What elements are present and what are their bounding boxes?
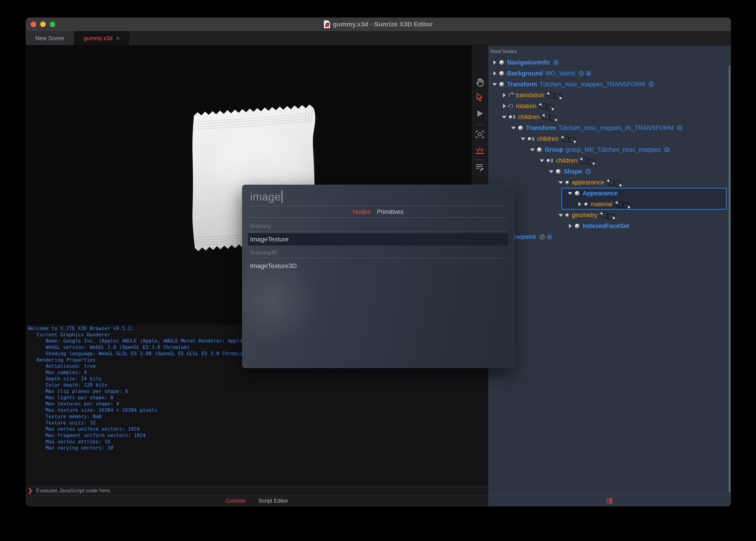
console-input[interactable]: Evaluate JavaScript code here. [36, 487, 112, 494]
document-tab-bar: New Scenegummy.x3d× [26, 31, 731, 45]
route-output-icon[interactable] [623, 202, 629, 209]
minimize-window-button[interactable] [40, 22, 46, 27]
route-output-icon[interactable] [554, 93, 561, 100]
outline-row-material[interactable]: material [488, 199, 731, 210]
outline-row-children[interactable]: children [488, 112, 731, 122]
field-sphere-icon [566, 214, 569, 217]
outline-row-geometry[interactable]: geometry [488, 210, 731, 221]
row-trailing-icons [540, 235, 552, 240]
outline-row-transform[interactable]: TransformTütchen_rissc_mappes_ifs_TRANSF… [488, 122, 731, 133]
node-sphere-icon [499, 71, 504, 76]
select-arrow-tool-button[interactable] [472, 91, 488, 104]
footer-tab-script-editor[interactable]: Script Editor [258, 498, 288, 504]
visibility-rings-icon[interactable] [579, 71, 584, 76]
play-tool-button[interactable] [472, 107, 488, 120]
node-def-name: Tütchen_rissc_mappes_ifs_TRANSFORM [558, 125, 673, 132]
row-trailing-icons [616, 200, 629, 209]
collapse-chevron-icon[interactable] [568, 191, 572, 195]
route-output-icon[interactable] [550, 115, 556, 121]
hand-tool-button[interactable] [472, 76, 488, 88]
route-input-icon[interactable] [548, 92, 555, 98]
route-output-icon[interactable] [587, 159, 594, 165]
dialog-tab-primitives[interactable]: Primitives [377, 209, 403, 216]
outline-row-navigationinfo[interactable]: NavigationInfo [488, 57, 731, 68]
outline-scrollbar[interactable] [729, 65, 730, 492]
route-input-icon[interactable] [543, 114, 550, 120]
title-bar: gummy.x3d · Sunrize X3D Editor [26, 17, 731, 31]
zoom-window-button[interactable] [50, 22, 55, 27]
hand-icon [475, 77, 484, 87]
search-results: TexturingImageTextureTexturing3DImageTex… [242, 219, 514, 368]
dialog-tab-nodes[interactable]: Nodes [353, 209, 370, 216]
outline-row-viewpoint[interactable]: Viewpoint [488, 232, 731, 242]
sunrise-tool-button[interactable] [472, 144, 488, 157]
footer-tab-console[interactable]: Console [226, 498, 246, 504]
node-search-input[interactable]: image [250, 188, 282, 205]
collapse-chevron-icon[interactable] [493, 82, 497, 86]
route-input-icon[interactable] [601, 212, 608, 218]
close-tab-icon[interactable]: × [116, 35, 120, 42]
node-sphere-icon [556, 169, 561, 174]
outline-list-icon[interactable] [607, 498, 613, 504]
outline-row-translation[interactable]: translation [488, 90, 731, 101]
row-trailing-icons [543, 113, 556, 121]
bind-target-icon[interactable] [586, 71, 591, 76]
visibility-rings-icon[interactable] [677, 125, 682, 130]
bind-target-icon[interactable] [553, 60, 558, 65]
outline-row-appearance[interactable]: Appearance [488, 188, 731, 199]
outline-row-appearance[interactable]: appearance [488, 177, 731, 188]
collapse-chevron-icon[interactable] [521, 137, 525, 141]
collapse-chevron-icon[interactable] [549, 170, 553, 174]
bind-target-icon[interactable] [547, 235, 552, 240]
visibility-rings-icon[interactable] [649, 82, 654, 87]
node-sphere-icon [499, 82, 504, 87]
result-item-imagetexture[interactable]: ImageTexture [248, 233, 508, 246]
expand-chevron-icon[interactable] [568, 224, 572, 228]
field-sphere-icon [566, 181, 569, 184]
expand-chevron-icon[interactable] [578, 202, 582, 206]
console-prompt-row[interactable]: ❯ Evaluate JavaScript code here. [26, 486, 488, 495]
expand-chevron-icon[interactable] [502, 93, 506, 97]
expand-chevron-icon[interactable] [502, 104, 506, 108]
route-input-icon[interactable] [608, 180, 615, 186]
collapse-chevron-icon[interactable] [511, 126, 516, 130]
node-def-name: group_ME_Tütchen_rissc_mappes [566, 146, 661, 153]
route-input-icon[interactable] [616, 201, 623, 207]
route-output-icon[interactable] [607, 213, 614, 220]
visibility-rings-icon[interactable] [586, 169, 591, 174]
collapse-chevron-icon[interactable] [559, 180, 563, 185]
route-input-icon[interactable] [581, 158, 588, 164]
result-item-imagetexture3d[interactable]: ImageTexture3D [248, 260, 508, 272]
script-edit-tool-button[interactable] [472, 161, 488, 174]
expand-chevron-icon[interactable] [493, 60, 497, 65]
outline-row-children[interactable]: children [488, 133, 731, 144]
visibility-rings-icon[interactable] [664, 147, 669, 152]
outline-row-children[interactable]: children [488, 155, 731, 166]
route-output-icon[interactable] [546, 104, 553, 110]
outline-row-shape[interactable]: Shape [488, 166, 731, 177]
snapshot-icon [475, 130, 484, 139]
tool-wrench-icon[interactable] [540, 235, 545, 240]
outline-row-transform[interactable]: TransformTütchen_rissc_mappes_TRANSFORM [488, 79, 731, 90]
outline-row-indexedfaceset[interactable]: IndexedFaceSet [488, 221, 731, 232]
route-input-icon[interactable] [562, 136, 569, 142]
route-output-icon[interactable] [614, 181, 621, 187]
collapse-chevron-icon[interactable] [530, 148, 534, 152]
select-arrow-icon [476, 93, 484, 102]
document-tab-gummy-x3d[interactable]: gummy.x3d× [74, 31, 130, 45]
field-name-label: rotation [516, 103, 536, 110]
document-tab-new-scene[interactable]: New Scene [26, 31, 74, 45]
outline-row-rotation[interactable]: rotation [488, 101, 731, 112]
collapse-chevron-icon[interactable] [502, 115, 506, 119]
field-name-label: children [518, 114, 540, 121]
outline-row-background[interactable]: BackgroundWO_World [488, 68, 731, 79]
collapse-chevron-icon[interactable] [559, 213, 563, 217]
snapshot-tool-button[interactable] [472, 128, 488, 141]
route-output-icon[interactable] [568, 137, 575, 143]
expand-chevron-icon[interactable] [493, 71, 497, 75]
close-window-button[interactable] [31, 22, 36, 27]
route-input-icon[interactable] [540, 103, 547, 109]
outline-row-group[interactable]: Groupgroup_ME_Tütchen_rissc_mappes [488, 144, 731, 155]
collapse-chevron-icon[interactable] [540, 159, 544, 163]
row-trailing-icons [601, 211, 614, 220]
